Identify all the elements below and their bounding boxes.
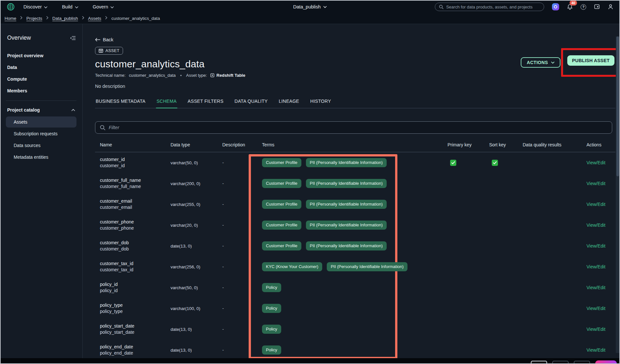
data-type-cell: date(13, 0) [166,348,217,353]
view-edit-link[interactable]: View/Edit [586,347,605,353]
view-edit-link[interactable]: View/Edit [586,160,605,165]
schema-filter-input[interactable] [109,125,607,130]
term-badge-policy[interactable]: Policy [262,283,281,292]
cutoff-button[interactable] [552,361,569,363]
caret-down-icon [75,6,78,8]
term-badge-customer-profile[interactable]: Customer Profile [262,241,301,250]
cutoff-button[interactable] [574,361,590,363]
sidebar-section-project-catalog[interactable]: Project catalog [6,105,76,116]
name-cell: customer_idcustomer_id [95,156,166,169]
breadcrumb-item-customer-analytics-data: customer_analytics_data [111,16,160,21]
term-badge-policy[interactable]: Policy [262,304,281,313]
topnav-right: 40 [435,3,613,11]
data-type-cell: date(13, 0) [166,244,217,249]
tab-asset-filters[interactable]: ASSET FILTERS [187,99,224,108]
term-badge-customer-profile[interactable]: Customer Profile [262,200,301,209]
back-button[interactable]: Back [95,37,113,42]
vertical-scrollbar[interactable] [616,36,619,353]
search-icon [439,5,444,9]
view-edit-link[interactable]: View/Edit [586,327,605,332]
term-badge-pii-personally-identifiable-information[interactable]: PII (Personally Identifiable Information… [327,262,407,271]
notifications-button[interactable]: 40 [567,4,573,10]
publish-asset-button[interactable]: PUBLISH ASSET [567,55,614,66]
app-logo-icon[interactable] [7,3,15,11]
term-badge-pii-personally-identifiable-information[interactable]: PII (Personally Identifiable Information… [306,158,387,167]
global-search-input[interactable] [446,5,540,9]
nav-menu-discover[interactable]: Discover [23,4,48,9]
column-name: customer_dob [100,240,166,246]
nav-menu-govern[interactable]: Govern [93,4,114,9]
breadcrumb-item-data-publish[interactable]: Data_publish [52,16,78,21]
schema-panel: NameData typeDescriptionTermsPrimary key… [95,121,615,360]
term-badge-customer-profile[interactable]: Customer Profile [262,179,301,188]
sidebar-item-metadata-entities[interactable]: Metadata entities [6,152,76,163]
term-badge-customer-profile[interactable]: Customer Profile [262,221,301,230]
primary-key-cell [443,160,484,166]
term-badge-pii-personally-identifiable-information[interactable]: PII (Personally Identifiable Information… [306,241,387,250]
actions-cell: View/Edit [582,222,615,228]
breadcrumb-item-home[interactable]: Home [5,16,16,21]
sidebar-item-data-sources[interactable]: Data sources [6,140,76,151]
data-type-cell: varchar(200, 0) [166,181,217,186]
nav-menu-build[interactable]: Build [62,4,78,9]
view-edit-link[interactable]: View/Edit [586,306,605,311]
asset-type-value: Redshift Table [216,73,245,78]
term-badge-policy[interactable]: Policy [262,345,281,355]
sidebar-section-items: AssetsSubscription requestsData sourcesM… [6,116,76,163]
table-body: customer_idcustomer_idvarchar(50, 0)-Cus… [95,152,615,360]
view-edit-link[interactable]: View/Edit [586,222,605,228]
tab-business-metadata[interactable]: BUSINESS METADATA [95,99,146,108]
actions-cell: View/Edit [582,285,615,290]
column-technical-name: policy_end_date [100,350,166,356]
name-cell: customer_emailcustomer_email [95,198,166,210]
view-edit-link[interactable]: View/Edit [586,202,605,207]
user-profile-button[interactable] [608,4,613,10]
sidebar-item-assets[interactable]: Assets [6,116,76,128]
actions-cell: View/Edit [582,264,615,270]
cutoff-button[interactable] [531,361,547,363]
view-edit-link[interactable]: View/Edit [586,264,605,269]
feedback-button[interactable] [594,4,600,10]
section-label: Project catalog [7,107,40,113]
tab-schema[interactable]: SCHEMA [156,99,177,108]
tab-data-quality[interactable]: DATA QUALITY [234,99,269,108]
breadcrumb-item-assets[interactable]: Assets [88,16,102,21]
top-nav: DiscoverBuildGovern Data_publish 40 [1,1,619,13]
actions-button[interactable]: ACTIONS [521,57,560,68]
sidebar-item-data[interactable]: Data [6,61,76,73]
redshift-table-icon [210,73,214,77]
sidebar-item-compute[interactable]: Compute [6,73,76,85]
breadcrumb-item-projects[interactable]: Projects [26,16,42,21]
view-edit-link[interactable]: View/Edit [586,243,605,249]
sidebar-collapse-button[interactable] [70,36,76,40]
amazon-q-pill-cutoff[interactable] [595,360,617,363]
term-badge-pii-personally-identifiable-information[interactable]: PII (Personally Identifiable Information… [306,200,387,209]
help-button[interactable] [581,4,586,10]
asset-chip-label: ASSET [105,48,119,53]
global-search[interactable] [435,3,544,11]
scrollbar-thumb[interactable] [616,36,619,176]
sidebar-item-subscription-requests[interactable]: Subscription requests [6,128,76,139]
name-cell: policy_start_datepolicy_start_date [95,323,166,335]
terms-cell: Customer ProfilePII (Personally Identifi… [257,241,443,250]
amazon-q-icon[interactable] [552,3,559,10]
tab-lineage[interactable]: LINEAGE [278,99,300,108]
schema-filter[interactable] [95,121,612,134]
term-badge-kyc-know-your-customer[interactable]: KYC (Know Your Customer) [262,262,322,271]
sidebar-item-project-overview[interactable]: Project overview [6,50,76,61]
tab-history[interactable]: HISTORY [310,99,332,108]
actions-cell: View/Edit [582,181,615,186]
term-badge-pii-personally-identifiable-information[interactable]: PII (Personally Identifiable Information… [306,179,387,188]
screenshot-frame: DiscoverBuildGovern Data_publish 40 [0,0,620,364]
view-edit-link[interactable]: View/Edit [586,181,605,186]
term-badge-pii-personally-identifiable-information[interactable]: PII (Personally Identifiable Information… [306,221,387,230]
technical-name-value: customer_analytics_data [129,73,176,78]
sidebar-item-members[interactable]: Members [6,85,76,97]
project-selector[interactable]: Data_publish [293,4,327,9]
nav-menu-label: Govern [93,4,108,9]
caret-down-icon [323,6,327,8]
check-icon [450,160,456,166]
term-badge-customer-profile[interactable]: Customer Profile [262,158,301,167]
view-edit-link[interactable]: View/Edit [586,285,605,290]
term-badge-policy[interactable]: Policy [262,325,281,334]
